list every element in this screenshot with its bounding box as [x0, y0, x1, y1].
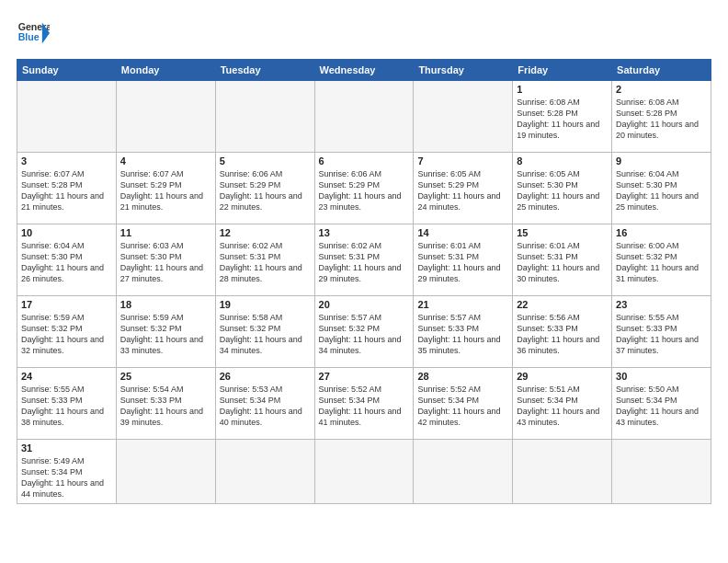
weekday-header-row: SundayMondayTuesdayWednesdayThursdayFrid… [17, 60, 711, 81]
day-number: 8 [517, 155, 608, 167]
day-info: Sunrise: 6:08 AM Sunset: 5:28 PM Dayligh… [616, 97, 707, 142]
week-row-3: 10Sunrise: 6:04 AM Sunset: 5:30 PM Dayli… [17, 224, 711, 296]
week-row-5: 24Sunrise: 5:55 AM Sunset: 5:33 PM Dayli… [17, 368, 711, 440]
day-info: Sunrise: 5:52 AM Sunset: 5:34 PM Dayligh… [319, 384, 410, 429]
day-cell: 3Sunrise: 6:07 AM Sunset: 5:28 PM Daylig… [17, 153, 117, 224]
day-number: 17 [21, 299, 112, 310]
day-number: 9 [616, 155, 707, 167]
day-info: Sunrise: 6:03 AM Sunset: 5:30 PM Dayligh… [120, 240, 211, 285]
day-cell [414, 81, 513, 153]
day-number: 19 [220, 299, 311, 310]
day-cell [612, 440, 711, 504]
day-cell [116, 81, 215, 153]
day-number: 13 [319, 227, 410, 238]
day-cell: 18Sunrise: 5:59 AM Sunset: 5:32 PM Dayli… [116, 296, 215, 368]
day-number: 28 [417, 371, 508, 382]
day-info: Sunrise: 6:07 AM Sunset: 5:29 PM Dayligh… [120, 168, 211, 213]
day-cell: 26Sunrise: 5:53 AM Sunset: 5:34 PM Dayli… [215, 368, 314, 440]
day-cell: 28Sunrise: 5:52 AM Sunset: 5:34 PM Dayli… [414, 368, 513, 440]
day-cell: 7Sunrise: 6:05 AM Sunset: 5:29 PM Daylig… [414, 153, 513, 224]
day-cell: 12Sunrise: 6:02 AM Sunset: 5:31 PM Dayli… [215, 224, 314, 296]
day-cell [314, 440, 414, 504]
day-info: Sunrise: 6:04 AM Sunset: 5:30 PM Dayligh… [21, 240, 112, 285]
day-number: 27 [319, 371, 410, 382]
day-cell: 27Sunrise: 5:52 AM Sunset: 5:34 PM Dayli… [314, 368, 414, 440]
day-cell: 30Sunrise: 5:50 AM Sunset: 5:34 PM Dayli… [612, 368, 711, 440]
day-info: Sunrise: 6:07 AM Sunset: 5:28 PM Dayligh… [21, 168, 112, 213]
weekday-header-sunday: Sunday [17, 60, 117, 81]
day-info: Sunrise: 5:49 AM Sunset: 5:34 PM Dayligh… [21, 455, 112, 500]
weekday-header-saturday: Saturday [612, 60, 711, 81]
day-cell [215, 440, 314, 504]
day-number: 4 [120, 155, 211, 167]
day-number: 15 [517, 227, 608, 238]
weekday-header-wednesday: Wednesday [314, 60, 414, 81]
day-cell: 29Sunrise: 5:51 AM Sunset: 5:34 PM Dayli… [513, 368, 612, 440]
day-info: Sunrise: 5:55 AM Sunset: 5:33 PM Dayligh… [616, 312, 707, 357]
day-cell: 23Sunrise: 5:55 AM Sunset: 5:33 PM Dayli… [612, 296, 711, 368]
day-cell: 9Sunrise: 6:04 AM Sunset: 5:30 PM Daylig… [612, 153, 711, 224]
day-info: Sunrise: 5:59 AM Sunset: 5:32 PM Dayligh… [120, 312, 211, 357]
header: General Blue [17, 17, 711, 50]
day-info: Sunrise: 6:04 AM Sunset: 5:30 PM Dayligh… [616, 168, 707, 213]
page: General Blue SundayMondayTuesdayWednesda… [0, 0, 728, 563]
day-number: 11 [120, 227, 211, 238]
day-cell: 25Sunrise: 5:54 AM Sunset: 5:33 PM Dayli… [116, 368, 215, 440]
day-number: 18 [120, 299, 211, 310]
day-info: Sunrise: 6:06 AM Sunset: 5:29 PM Dayligh… [220, 168, 311, 213]
logo: General Blue [17, 17, 50, 50]
day-number: 23 [616, 299, 707, 310]
day-info: Sunrise: 5:54 AM Sunset: 5:33 PM Dayligh… [120, 384, 211, 429]
day-cell: 2Sunrise: 6:08 AM Sunset: 5:28 PM Daylig… [612, 81, 711, 153]
day-number: 6 [319, 155, 410, 167]
day-number: 22 [517, 299, 608, 310]
day-number: 25 [120, 371, 211, 382]
day-number: 14 [417, 227, 508, 238]
day-number: 1 [517, 84, 608, 95]
day-cell: 16Sunrise: 6:00 AM Sunset: 5:32 PM Dayli… [612, 224, 711, 296]
day-cell: 1Sunrise: 6:08 AM Sunset: 5:28 PM Daylig… [513, 81, 612, 153]
day-number: 29 [517, 371, 608, 382]
day-info: Sunrise: 5:58 AM Sunset: 5:32 PM Dayligh… [220, 312, 311, 357]
day-info: Sunrise: 6:00 AM Sunset: 5:32 PM Dayligh… [616, 240, 707, 285]
day-info: Sunrise: 5:50 AM Sunset: 5:34 PM Dayligh… [616, 384, 707, 429]
weekday-header-monday: Monday [116, 60, 215, 81]
day-number: 30 [616, 371, 707, 382]
day-number: 3 [21, 155, 112, 167]
day-number: 12 [220, 227, 311, 238]
day-cell: 15Sunrise: 6:01 AM Sunset: 5:31 PM Dayli… [513, 224, 612, 296]
day-info: Sunrise: 5:51 AM Sunset: 5:34 PM Dayligh… [517, 384, 608, 429]
day-cell: 8Sunrise: 6:05 AM Sunset: 5:30 PM Daylig… [513, 153, 612, 224]
calendar-table: SundayMondayTuesdayWednesdayThursdayFrid… [17, 59, 711, 504]
day-cell: 10Sunrise: 6:04 AM Sunset: 5:30 PM Dayli… [17, 224, 117, 296]
day-number: 21 [417, 299, 508, 310]
day-info: Sunrise: 5:57 AM Sunset: 5:33 PM Dayligh… [417, 312, 508, 357]
day-cell: 20Sunrise: 5:57 AM Sunset: 5:32 PM Dayli… [314, 296, 414, 368]
day-info: Sunrise: 5:53 AM Sunset: 5:34 PM Dayligh… [220, 384, 311, 429]
day-cell: 14Sunrise: 6:01 AM Sunset: 5:31 PM Dayli… [414, 224, 513, 296]
day-cell: 17Sunrise: 5:59 AM Sunset: 5:32 PM Dayli… [17, 296, 117, 368]
day-info: Sunrise: 6:01 AM Sunset: 5:31 PM Dayligh… [417, 240, 508, 285]
day-number: 16 [616, 227, 707, 238]
day-info: Sunrise: 6:05 AM Sunset: 5:29 PM Dayligh… [417, 168, 508, 213]
logo-icon: General Blue [17, 17, 50, 50]
day-info: Sunrise: 5:52 AM Sunset: 5:34 PM Dayligh… [417, 384, 508, 429]
day-number: 20 [319, 299, 410, 310]
day-info: Sunrise: 5:59 AM Sunset: 5:32 PM Dayligh… [21, 312, 112, 357]
weekday-header-thursday: Thursday [414, 60, 513, 81]
day-cell [215, 81, 314, 153]
day-info: Sunrise: 6:02 AM Sunset: 5:31 PM Dayligh… [220, 240, 311, 285]
day-cell [116, 440, 215, 504]
day-cell: 19Sunrise: 5:58 AM Sunset: 5:32 PM Dayli… [215, 296, 314, 368]
svg-text:Blue: Blue [18, 31, 40, 42]
day-number: 10 [21, 227, 112, 238]
day-number: 26 [220, 371, 311, 382]
day-info: Sunrise: 6:01 AM Sunset: 5:31 PM Dayligh… [517, 240, 608, 285]
day-cell: 5Sunrise: 6:06 AM Sunset: 5:29 PM Daylig… [215, 153, 314, 224]
day-info: Sunrise: 6:05 AM Sunset: 5:30 PM Dayligh… [517, 168, 608, 213]
day-cell: 31Sunrise: 5:49 AM Sunset: 5:34 PM Dayli… [17, 440, 117, 504]
day-number: 2 [616, 84, 707, 95]
day-cell: 22Sunrise: 5:56 AM Sunset: 5:33 PM Dayli… [513, 296, 612, 368]
week-row-6: 31Sunrise: 5:49 AM Sunset: 5:34 PM Dayli… [17, 440, 711, 504]
day-number: 31 [21, 442, 112, 454]
